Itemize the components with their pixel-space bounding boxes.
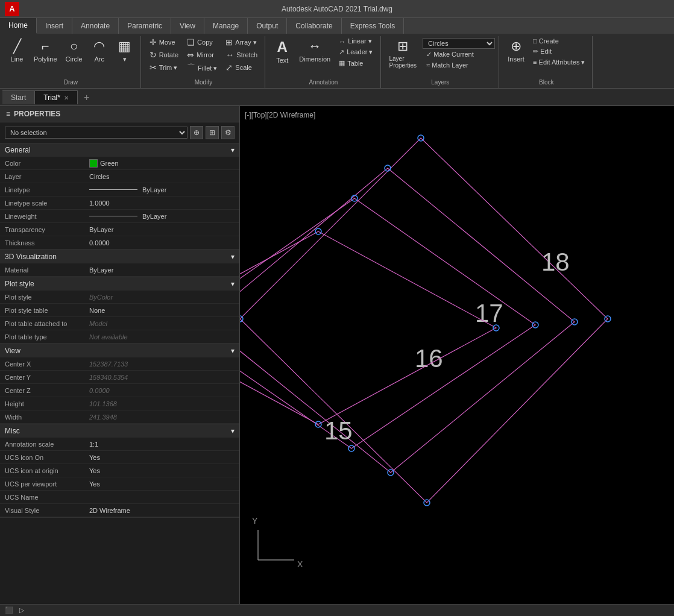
draw-more-button[interactable]: ▦ ▾ xyxy=(113,36,137,66)
color-row: Color Green xyxy=(0,157,239,170)
quick-select-button[interactable]: ⊕ xyxy=(190,126,203,139)
layer-value[interactable]: Circles xyxy=(89,173,235,180)
svg-text:18: 18 xyxy=(541,248,570,276)
plot-style-table-value[interactable]: None xyxy=(89,307,235,314)
fillet-button[interactable]: ⌒ Fillet ▾ xyxy=(183,61,221,75)
ucs-origin-value[interactable]: Yes xyxy=(89,467,235,474)
table-button[interactable]: ▦ Table xyxy=(335,58,376,68)
selection-dropdown[interactable]: No selection xyxy=(5,127,187,139)
arc-button[interactable]: ◠ Arc xyxy=(87,36,112,65)
make-current-button[interactable]: ✓ Make Current xyxy=(423,49,495,60)
layer-dropdown[interactable]: Circles xyxy=(423,38,495,49)
transparency-value[interactable]: ByLayer xyxy=(89,226,235,233)
insert-button[interactable]: ⊕ Insert xyxy=(504,36,528,65)
polyline-icon: ⌐ xyxy=(42,39,49,54)
properties-settings-button[interactable]: ⚙ xyxy=(221,126,235,139)
center-y-value: 159340.5354 xyxy=(89,374,235,381)
ucs-per-viewport-label: UCS per viewport xyxy=(5,480,89,488)
trim-button[interactable]: ✂ Trim ▾ xyxy=(146,61,182,74)
cmd-toolbar: ⬛ ▷ xyxy=(0,605,674,616)
general-section-header[interactable]: General ▾ xyxy=(0,143,239,157)
doc-tab-trial[interactable]: Trial* ✕ xyxy=(35,90,78,104)
canvas-area[interactable]: 18 17 16 15 xyxy=(240,106,674,604)
color-value[interactable]: Green xyxy=(89,159,235,168)
linetype-line xyxy=(89,189,137,190)
3d-section-header[interactable]: 3D Visualization ▾ xyxy=(0,250,239,263)
view-section-content: Center X 152387.7133 Center Y 159340.535… xyxy=(0,357,239,424)
annotation-scale-value[interactable]: 1:1 xyxy=(89,441,235,448)
plot-style-value[interactable]: ByColor xyxy=(89,294,235,301)
copy-button[interactable]: ❏ Copy xyxy=(183,36,221,48)
edit-attributes-button[interactable]: ≡ Edit Attributes ▾ xyxy=(529,57,588,68)
polyline-button[interactable]: ⌐ Polyline xyxy=(30,36,61,65)
fillet-icon: ⌒ xyxy=(187,63,195,74)
layer-label: Layer xyxy=(5,173,89,180)
stretch-button[interactable]: ↔ Stretch xyxy=(222,49,261,61)
linetype-scale-value[interactable]: 1.0000 xyxy=(89,200,235,207)
ucs-icon-on-value[interactable]: Yes xyxy=(89,454,235,461)
leader-button[interactable]: ↗ Leader ▾ xyxy=(335,47,376,57)
width-value: 241.3948 xyxy=(89,413,235,421)
viewport[interactable]: [-][Top][2D Wireframe] 18 17 xyxy=(240,106,674,604)
layer-properties-button[interactable]: ⊞ LayerProperties xyxy=(386,36,421,71)
arc-icon: ◠ xyxy=(93,39,105,54)
visual-style-value[interactable]: 2D Wireframe xyxy=(89,507,235,514)
trial-tab-close[interactable]: ✕ xyxy=(64,95,69,101)
linetype-value[interactable]: ByLayer xyxy=(89,186,235,193)
center-x-value: 152387.7133 xyxy=(89,360,235,368)
linear-icon: ↔ xyxy=(339,38,345,45)
dimension-button[interactable]: ↔ Dimension xyxy=(295,36,334,65)
view-label: View xyxy=(5,347,20,355)
dimension-label: Dimension xyxy=(299,55,330,63)
cmd-arrow-button[interactable]: ▷ xyxy=(17,606,27,615)
svg-text:16: 16 xyxy=(415,344,443,372)
tab-insert[interactable]: Insert xyxy=(37,18,72,34)
doc-tab-start[interactable]: Start xyxy=(2,90,35,104)
text-button[interactable]: A Text xyxy=(270,36,294,66)
tab-annotate[interactable]: Annotate xyxy=(72,18,119,34)
modify-tools: ✛ Move ↻ Rotate ✂ Trim ▾ ❏ Copy ⇔ Mirror… xyxy=(146,36,262,78)
misc-section-header[interactable]: Misc ▾ xyxy=(0,424,239,438)
edit-block-button[interactable]: ✏ Edit xyxy=(529,46,588,57)
scale-button[interactable]: ⤢ Scale xyxy=(222,61,261,74)
cmd-expand-button[interactable]: ⬛ xyxy=(2,606,16,615)
circle-button[interactable]: ○ Circle xyxy=(62,36,86,65)
tab-collaborate[interactable]: Collaborate xyxy=(287,18,341,34)
tab-manage[interactable]: Manage xyxy=(204,18,248,34)
mirror-button[interactable]: ⇔ Mirror xyxy=(183,49,221,61)
move-icon: ✛ xyxy=(150,37,157,47)
thickness-row: Thickness 0.0000 xyxy=(0,236,239,250)
annotation-group-label: Annotation xyxy=(270,78,376,86)
ribbon-content: ╱ Line ⌐ Polyline ○ Circle ◠ Arc ▦ ▾ xyxy=(0,34,674,88)
linetype-scale-label: Linetype scale xyxy=(5,200,89,207)
move-button[interactable]: ✛ Move xyxy=(146,36,182,48)
block-col: □ Create ✏ Edit ≡ Edit Attributes ▾ xyxy=(529,36,588,68)
view-section-header[interactable]: View ▾ xyxy=(0,344,239,357)
linear-button[interactable]: ↔ Linear ▾ xyxy=(335,36,376,46)
rotate-icon: ↻ xyxy=(150,50,157,60)
layers-tools: ⊞ LayerProperties Circles ✓ Make Current… xyxy=(386,36,496,78)
match-layer-button[interactable]: ≈ Match Layer xyxy=(423,60,495,70)
tab-output[interactable]: Output xyxy=(248,18,287,34)
tab-parametric[interactable]: Parametric xyxy=(119,18,171,34)
material-label: Material xyxy=(5,266,89,274)
plotstyle-section-header[interactable]: Plot style ▾ xyxy=(0,277,239,291)
tab-view[interactable]: View xyxy=(171,18,204,34)
select-all-button[interactable]: ⊞ xyxy=(206,126,219,139)
rotate-button[interactable]: ↻ Rotate xyxy=(146,49,182,61)
view-collapse-icon: ▾ xyxy=(231,347,235,355)
tab-express[interactable]: Express Tools xyxy=(342,18,404,34)
array-button[interactable]: ⊞ Array ▾ xyxy=(222,36,261,48)
3d-collapse-icon: ▾ xyxy=(231,253,235,261)
copy-icon: ❏ xyxy=(187,37,195,47)
app-title: Autodesk AutoCAD 2021 Trial.dwg xyxy=(282,5,392,13)
tab-home[interactable]: Home xyxy=(0,18,37,34)
thickness-value[interactable]: 0.0000 xyxy=(89,239,235,247)
general-collapse-icon: ▾ xyxy=(231,146,235,154)
lineweight-value[interactable]: ByLayer xyxy=(89,213,235,220)
new-tab-button[interactable]: + xyxy=(78,90,95,105)
create-block-button[interactable]: □ Create xyxy=(529,36,588,46)
line-button[interactable]: ╱ Line xyxy=(5,36,29,65)
material-value[interactable]: ByLayer xyxy=(89,266,235,274)
ucs-per-viewport-value[interactable]: Yes xyxy=(89,480,235,488)
